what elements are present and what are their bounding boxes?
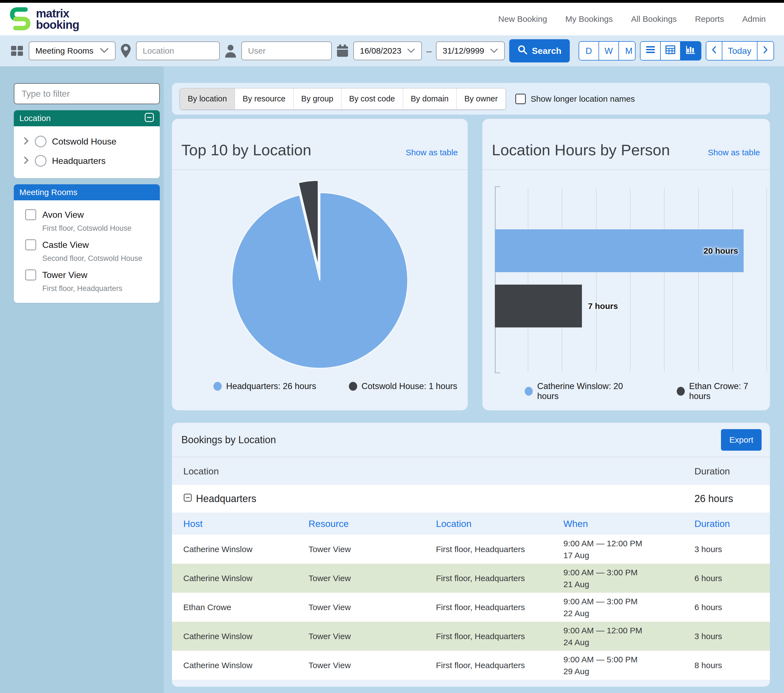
col-header-when[interactable]: When — [563, 518, 694, 529]
room-castle-view-row[interactable]: Castle View — [25, 237, 160, 253]
collapse-group-icon[interactable] — [183, 493, 192, 504]
pie-card-title: Top 10 by Location — [181, 141, 311, 159]
room-avon-view-row[interactable]: Avon View — [25, 207, 160, 222]
bar-card-title: Location Hours by Person — [492, 141, 670, 159]
cell-resource: Tower View — [308, 661, 436, 670]
matrix-booking-logo[interactable]: matrixbooking — [8, 5, 79, 33]
export-button[interactable]: Export — [721, 429, 762, 451]
checkbox-castle-view[interactable] — [25, 239, 36, 250]
show-longer-names-toggle[interactable]: Show longer location names — [515, 94, 635, 104]
legend-item-catherine-winslow[interactable]: Catherine Winslow: 20 hours — [525, 381, 644, 401]
table-row[interactable]: Catherine Winslow Tower View First floor… — [172, 535, 770, 564]
nav-all-bookings[interactable]: All Bookings — [631, 14, 677, 24]
cell-resource: Tower View — [308, 632, 436, 641]
cell-location: First floor, Headquarters — [436, 545, 563, 554]
chevron-right-icon[interactable] — [23, 136, 29, 146]
bar-card-header: Location Hours by Person Show as table — [483, 119, 770, 170]
category-select[interactable]: Meeting Rooms — [29, 41, 115, 60]
tree-label: Cotswold House — [52, 136, 116, 147]
table-row[interactable]: Catherine Winslow Tower View First floor… — [172, 622, 770, 651]
tab-by-domain[interactable]: By domain — [403, 89, 457, 109]
sidebar-filter-input[interactable] — [14, 83, 160, 104]
table-group-row-headquarters[interactable]: Headquarters 26 hours — [172, 485, 770, 512]
nav-reports[interactable]: Reports — [695, 14, 724, 24]
room-item-castle-view: Castle View Second floor, Cotswold House — [25, 237, 160, 263]
tab-by-group[interactable]: By group — [293, 89, 341, 109]
col-header-location[interactable]: Location — [436, 518, 563, 529]
col-header-host[interactable]: Host — [183, 518, 308, 529]
location-panel: Location Cotswold House Headquarters — [14, 110, 160, 178]
chevron-left-icon — [711, 46, 717, 56]
legend-dot-blue — [213, 382, 222, 391]
cell-host: Catherine Winslow — [183, 574, 308, 583]
range-week-button[interactable]: W — [599, 42, 619, 60]
user-icon — [224, 44, 237, 58]
next-period-button[interactable] — [758, 42, 774, 60]
pie-show-as-table-link[interactable]: Show as table — [406, 148, 458, 159]
chart-view-button[interactable] — [680, 42, 701, 60]
category-select-value: Meeting Rooms — [35, 46, 94, 56]
chevron-right-icon[interactable] — [23, 156, 29, 166]
today-button[interactable]: Today — [722, 42, 758, 60]
chevron-down-icon — [99, 46, 109, 56]
logo-icon — [8, 5, 32, 33]
table-row[interactable]: Ethan Crowe Tower View First floor, Head… — [172, 593, 770, 622]
legend-item-ethan-crowe[interactable]: Ethan Crowe: 7 hours — [677, 381, 770, 401]
show-longer-names-checkbox[interactable] — [515, 94, 526, 104]
when-date: 24 Aug — [563, 638, 689, 647]
user-input-wrap — [241, 41, 331, 60]
radio-cotswold-house[interactable] — [35, 136, 46, 147]
location-input[interactable] — [143, 46, 213, 56]
range-month-button[interactable]: M — [619, 42, 636, 60]
col-header-duration[interactable]: Duration — [694, 518, 762, 529]
date-from-select[interactable]: 16/08/2023 — [353, 41, 422, 60]
app-window: matrixbooking New Booking My Bookings Al… — [0, 0, 784, 693]
bar-legend: Catherine Winslow: 20 hours Ethan Crowe:… — [525, 381, 770, 401]
user-input[interactable] — [248, 46, 325, 56]
when-date: 22 Aug — [563, 609, 689, 618]
room-name: Tower View — [42, 270, 87, 280]
col-header-resource[interactable]: Resource — [308, 518, 436, 529]
date-from-value: 16/08/2023 — [360, 46, 402, 56]
show-longer-names-label: Show longer location names — [531, 94, 635, 103]
tab-by-resource[interactable]: By resource — [235, 89, 293, 109]
nav-my-bookings[interactable]: My Bookings — [565, 14, 613, 24]
search-button[interactable]: Search — [509, 39, 570, 62]
tab-by-owner[interactable]: By owner — [457, 89, 506, 109]
pie-slice-headquarters[interactable] — [232, 192, 408, 368]
table-row[interactable]: Catherine Winslow Tower View First floor… — [172, 564, 770, 593]
nav-new-booking[interactable]: New Booking — [498, 14, 547, 24]
bar-ethan-crowe[interactable]: 7 hours — [495, 285, 582, 327]
bookings-by-location-card: Bookings by Location Export Location Dur… — [172, 423, 770, 686]
when-time: 9:00 AM — 3:00 PM — [563, 597, 689, 606]
legend-item-headquarters[interactable]: Headquarters: 26 hours — [213, 381, 316, 391]
tree-item-headquarters[interactable]: Headquarters — [23, 151, 160, 171]
table-row[interactable]: Catherine Winslow Tower View First floor… — [172, 651, 770, 680]
location-panel-header[interactable]: Location — [14, 110, 160, 126]
bar-show-as-table-link[interactable]: Show as table — [708, 148, 760, 159]
checkbox-avon-view[interactable] — [25, 209, 36, 220]
sidebar: Location Cotswold House Headquarters — [0, 66, 164, 693]
list-view-icon — [645, 45, 656, 56]
range-day-button[interactable]: D — [579, 42, 599, 60]
list-view-button[interactable] — [641, 42, 661, 60]
grid-view-button[interactable] — [661, 42, 680, 60]
nav-admin[interactable]: Admin — [742, 14, 766, 24]
outer-header-duration: Duration — [694, 466, 762, 477]
room-tower-view-row[interactable]: Tower View — [25, 267, 160, 282]
tab-by-cost-code[interactable]: By cost code — [341, 89, 403, 109]
tree-item-cotswold-house[interactable]: Cotswold House — [23, 132, 160, 151]
prev-period-button[interactable] — [706, 42, 722, 60]
collapse-minus-icon[interactable] — [144, 112, 154, 124]
bar-catherine-winslow[interactable]: 20 hours — [495, 229, 744, 272]
bar-value-label: 7 hours — [588, 301, 618, 311]
date-to-select[interactable]: 31/12/9999 — [436, 41, 505, 60]
tab-by-location[interactable]: By location — [180, 89, 235, 109]
checkbox-tower-view[interactable] — [25, 269, 36, 281]
bar-chart-plot: 20 hours 7 hours — [495, 188, 769, 372]
when-date: 21 Aug — [563, 580, 689, 589]
radio-headquarters[interactable] — [35, 155, 46, 167]
legend-item-cotswold-house[interactable]: Cotswold House: 1 hours — [349, 381, 457, 391]
table-outer-header: Location Duration — [172, 457, 770, 485]
when-date: 17 Aug — [563, 551, 689, 560]
